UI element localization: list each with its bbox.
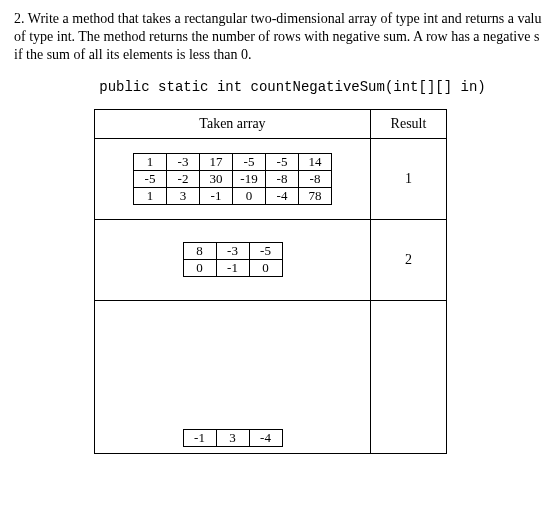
cell: -19 [233, 170, 266, 187]
cell: 17 [200, 153, 233, 170]
examples-table: Taken array Result 1 -3 17 -5 -5 14 -5 -… [94, 109, 447, 454]
array-1: 1 -3 17 -5 -5 14 -5 -2 30 -19 -8 -8 1 [133, 153, 332, 205]
cell: -1 [200, 187, 233, 204]
header-result: Result [371, 109, 447, 138]
problem-number: 2. [14, 11, 25, 26]
problem-line3: if the sum of all its elements is less t… [14, 47, 252, 62]
cell: -4 [249, 429, 282, 446]
cell: 3 [167, 187, 200, 204]
cell: -3 [216, 243, 249, 260]
example3-array: -1 3 -4 [95, 300, 371, 453]
cell: -4 [266, 187, 299, 204]
cell: 1 [134, 187, 167, 204]
example2-result: 2 [371, 219, 447, 300]
header-taken: Taken array [95, 109, 371, 138]
cell: 14 [299, 153, 332, 170]
cell: -5 [266, 153, 299, 170]
cell: -8 [299, 170, 332, 187]
example3-result [371, 300, 447, 453]
cell: -1 [216, 260, 249, 277]
cell: 8 [183, 243, 216, 260]
example1-result: 1 [371, 138, 447, 219]
cell: -3 [167, 153, 200, 170]
cell: -2 [167, 170, 200, 187]
cell: 3 [216, 429, 249, 446]
array-3: -1 3 -4 [183, 429, 283, 447]
method-signature: public static int countNegativeSum(int[]… [14, 79, 557, 95]
example1-array: 1 -3 17 -5 -5 14 -5 -2 30 -19 -8 -8 1 [95, 138, 371, 219]
cell: -5 [134, 170, 167, 187]
problem-line1: Write a method that takes a rectangular … [28, 11, 542, 26]
cell: -8 [266, 170, 299, 187]
cell: -5 [233, 153, 266, 170]
example2-array: 8 -3 -5 0 -1 0 [95, 219, 371, 300]
array-2: 8 -3 -5 0 -1 0 [183, 242, 283, 277]
cell: -1 [183, 429, 216, 446]
cell: 0 [183, 260, 216, 277]
cell: 78 [299, 187, 332, 204]
cell: 0 [233, 187, 266, 204]
cell: 1 [134, 153, 167, 170]
problem-line2: of type int. The method returns the numb… [14, 29, 539, 44]
cell: 30 [200, 170, 233, 187]
problem-statement: 2. Write a method that takes a rectangul… [14, 10, 557, 65]
cell: 0 [249, 260, 282, 277]
cell: -5 [249, 243, 282, 260]
